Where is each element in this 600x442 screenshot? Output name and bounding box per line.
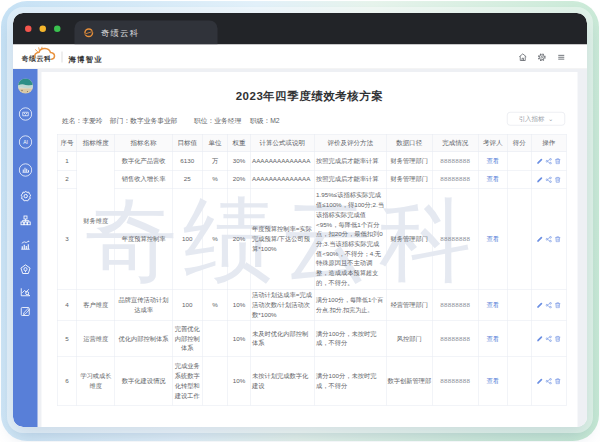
svg-text:AI: AI (23, 139, 28, 145)
